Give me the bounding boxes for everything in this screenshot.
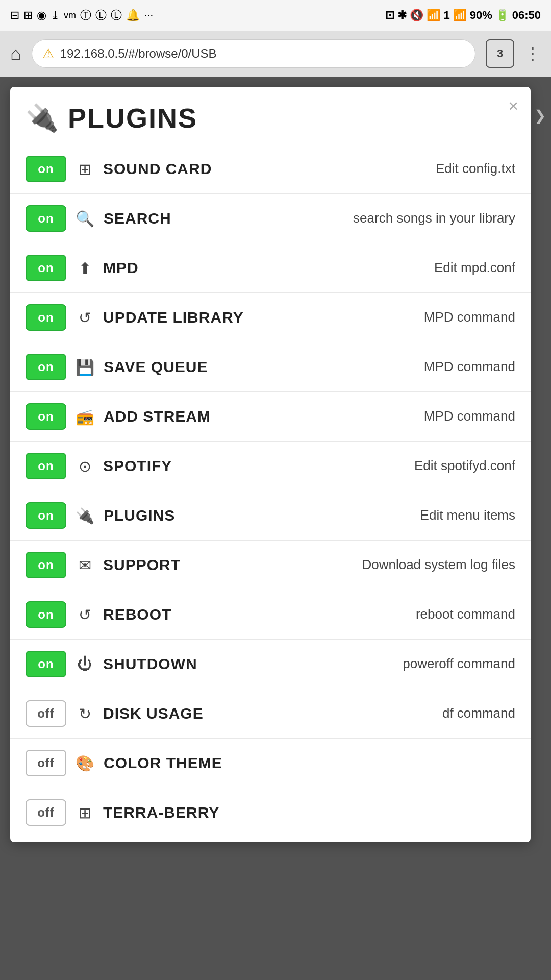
status-icon-3: ◉ xyxy=(37,9,46,22)
modal-title: PLUGINS xyxy=(68,102,197,134)
plugin-row: on ↺ REBOOT reboot command xyxy=(10,590,531,640)
status-icon-battery: 🔋 xyxy=(495,9,509,22)
plugin-desc-5: MPD command xyxy=(424,408,515,425)
plugin-row: off ⊞ TERRA-BERRY xyxy=(10,788,531,837)
toggle-button-10[interactable]: on xyxy=(26,651,66,677)
status-bar-right: ⊡ ✱ 🔇 📶 1 📶 90% 🔋 06:50 xyxy=(385,9,541,22)
plugin-desc-0: Edit config.txt xyxy=(436,160,515,178)
plugin-name-3: UPDATE LIBRARY xyxy=(103,309,415,326)
plugin-desc-1: search songs in your library xyxy=(353,210,515,227)
plugin-desc-8: Download system log files xyxy=(362,556,515,574)
status-icon-more: ··· xyxy=(144,9,153,22)
status-icon-t: Ⓣ xyxy=(80,8,91,23)
status-icon-l1: Ⓛ xyxy=(95,8,107,23)
plugin-name-0: SOUND CARD xyxy=(103,160,427,178)
plugin-name-13: TERRA-BERRY xyxy=(103,804,506,821)
plugin-list: on ⊞ SOUND CARD Edit config.txt on 🔍 SEA… xyxy=(10,144,531,837)
plugin-name-11: DISK USAGE xyxy=(103,705,433,722)
plugin-row: on 🔍 SEARCH search songs in your library xyxy=(10,194,531,243)
toggle-button-5[interactable]: on xyxy=(26,403,66,430)
toggle-button-4[interactable]: on xyxy=(26,354,66,380)
url-text[interactable]: 192.168.0.5/#/browse/0/USB xyxy=(60,46,217,61)
plugin-desc-4: MPD command xyxy=(424,358,515,376)
plugin-desc-6: Edit spotifyd.conf xyxy=(414,457,515,475)
plugin-desc-11: df command xyxy=(442,705,515,722)
plugin-desc-9: reboot command xyxy=(416,606,515,623)
status-icon-wifi: 📶 xyxy=(427,9,440,22)
status-icon-signal: 📶 xyxy=(453,9,467,22)
plugin-icon-5: 📻 xyxy=(76,408,94,426)
modal-header: 🔌 PLUGINS ❯ xyxy=(10,87,531,144)
toggle-button-9[interactable]: on xyxy=(26,601,66,628)
status-icon-vm: vm xyxy=(64,10,76,21)
plugin-desc-10: poweroff command xyxy=(403,655,515,673)
plugin-row: on 💾 SAVE QUEUE MPD command xyxy=(10,342,531,392)
status-icon-l2: Ⓛ xyxy=(111,8,122,23)
plugin-row: on ⊙ SPOTIFY Edit spotifyd.conf xyxy=(10,442,531,491)
plugin-icon-1: 🔍 xyxy=(76,210,94,228)
plugin-name-1: SEARCH xyxy=(104,210,344,227)
plugin-name-5: ADD STREAM xyxy=(104,408,415,425)
toggle-button-8[interactable]: on xyxy=(26,552,66,578)
plugin-icon-8: ✉ xyxy=(76,556,94,574)
status-icon-mute: 🔇 xyxy=(410,9,423,22)
toggle-button-6[interactable]: on xyxy=(26,453,66,479)
plugin-name-2: MPD xyxy=(103,259,425,277)
status-icon-bt: ⊡ xyxy=(385,9,394,22)
plugin-icon-7: 🔌 xyxy=(76,507,94,525)
scroll-hint-icon: ❯ xyxy=(534,107,546,124)
toggle-button-0[interactable]: on xyxy=(26,156,66,182)
status-time: 06:50 xyxy=(512,9,541,22)
plugin-name-10: SHUTDOWN xyxy=(103,655,393,673)
toggle-button-7[interactable]: on xyxy=(26,502,66,529)
plugin-desc-2: Edit mpd.conf xyxy=(434,259,515,277)
plugin-row: off 🎨 COLOR THEME xyxy=(10,739,531,788)
status-icon-4: ⤓ xyxy=(51,9,60,22)
toggle-button-13[interactable]: off xyxy=(26,799,66,826)
plugin-name-8: SUPPORT xyxy=(103,556,353,574)
plugin-row: on ⬆ MPD Edit mpd.conf xyxy=(10,243,531,293)
modal-overlay: × 🔌 PLUGINS ❯ on ⊞ SOUND CARD Edit confi… xyxy=(0,77,551,980)
plugin-row: on 🔌 PLUGINS Edit menu items xyxy=(10,491,531,541)
plugin-icon-6: ⊙ xyxy=(76,457,94,475)
plugin-row: on ⏻ SHUTDOWN poweroff command xyxy=(10,640,531,689)
toggle-button-11[interactable]: off xyxy=(26,700,66,727)
browser-bar: ⌂ ⚠ 192.168.0.5/#/browse/0/USB 3 ⋮ xyxy=(0,31,551,77)
plugin-icon-0: ⊞ xyxy=(76,160,94,178)
plugins-modal: × 🔌 PLUGINS ❯ on ⊞ SOUND CARD Edit confi… xyxy=(10,87,531,842)
status-icon-1: ⊟ xyxy=(10,9,19,22)
warning-icon: ⚠ xyxy=(42,46,54,62)
plugin-icon-3: ↺ xyxy=(76,309,94,327)
status-icon-sim: 1 xyxy=(443,9,449,22)
url-bar[interactable]: ⚠ 192.168.0.5/#/browse/0/USB xyxy=(32,39,475,68)
plugin-desc-3: MPD command xyxy=(424,309,515,326)
status-bar-left: ⊟ ⊞ ◉ ⤓ vm Ⓣ Ⓛ Ⓛ 🔔 ··· xyxy=(10,8,153,23)
status-icon-2: ⊞ xyxy=(23,9,33,22)
toggle-button-12[interactable]: off xyxy=(26,750,66,776)
tabs-button[interactable]: 3 xyxy=(486,39,514,68)
plugin-row: on ⊞ SOUND CARD Edit config.txt xyxy=(10,144,531,194)
status-bar: ⊟ ⊞ ◉ ⤓ vm Ⓣ Ⓛ Ⓛ 🔔 ··· ⊡ ✱ 🔇 📶 1 📶 90% 🔋… xyxy=(0,0,551,31)
plugin-row: on ↺ UPDATE LIBRARY MPD command xyxy=(10,293,531,342)
plugin-row: off ↻ DISK USAGE df command xyxy=(10,689,531,739)
plugin-name-4: SAVE QUEUE xyxy=(104,358,415,376)
plugin-icon-11: ↻ xyxy=(76,705,94,723)
toggle-button-2[interactable]: on xyxy=(26,255,66,281)
plugin-row: on 📻 ADD STREAM MPD command xyxy=(10,392,531,442)
home-button[interactable]: ⌂ xyxy=(10,43,21,64)
plugin-icon-2: ⬆ xyxy=(76,259,94,277)
toggle-button-1[interactable]: on xyxy=(26,205,66,232)
plugin-icon-13: ⊞ xyxy=(76,804,94,822)
browser-menu-button[interactable]: ⋮ xyxy=(524,44,541,63)
status-icon-asterisk: ✱ xyxy=(397,9,407,22)
status-icon-bell: 🔔 xyxy=(126,9,140,22)
toggle-button-3[interactable]: on xyxy=(26,304,66,331)
plugin-icon-9: ↺ xyxy=(76,606,94,624)
plugins-header-icon: 🔌 xyxy=(26,103,59,134)
plugin-name-6: SPOTIFY xyxy=(103,457,405,475)
status-battery: 90% xyxy=(470,9,492,22)
plugin-name-12: COLOR THEME xyxy=(104,754,506,772)
plugin-desc-7: Edit menu items xyxy=(420,507,515,524)
plugin-icon-10: ⏻ xyxy=(76,655,94,673)
plugin-icon-4: 💾 xyxy=(76,358,94,376)
